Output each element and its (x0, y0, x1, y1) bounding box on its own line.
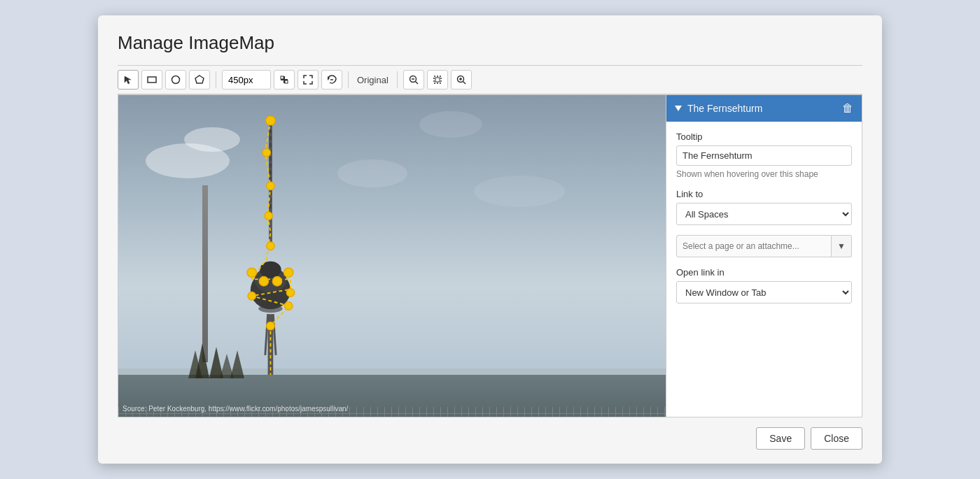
svg-rect-5 (281, 76, 284, 79)
save-button[interactable]: Save (756, 427, 805, 450)
svg-point-37 (286, 289, 294, 296)
svg-point-33 (247, 268, 256, 277)
open-link-label: Open link in (676, 267, 852, 278)
toolbar: Original (118, 65, 862, 94)
main-area: Source: Peter Kockenburg, https://www.fl… (118, 94, 862, 417)
svg-point-29 (262, 148, 270, 156)
page-select-input[interactable] (676, 235, 832, 257)
expand-triangle-icon[interactable] (675, 106, 682, 111)
open-link-select[interactable]: Same Window New Window or Tab (676, 281, 852, 303)
link-to-label: Link to (676, 189, 852, 199)
link-to-field-group: Link to All Spaces (676, 189, 852, 225)
svg-point-34 (259, 277, 268, 286)
polygon-tool-button[interactable] (189, 70, 210, 90)
rect-tool-button[interactable] (141, 70, 162, 90)
shape-panel: The Fernsehturm 🗑 Tooltip Shown when hov… (666, 95, 862, 417)
zoom-in-icon (456, 75, 466, 85)
panel-body: Tooltip Shown when hovering over this sh… (666, 122, 862, 313)
tooltip-label: Tooltip (676, 131, 852, 142)
page-select-dropdown-button[interactable]: ▼ (832, 235, 852, 257)
tooltip-hint: Shown when hovering over this shape (676, 169, 852, 179)
expand-icon (303, 75, 313, 85)
panel-header: The Fernsehturm 🗑 (666, 95, 862, 122)
toolbar-separator-1 (216, 71, 216, 88)
tooltip-input[interactable] (676, 145, 852, 166)
close-button[interactable]: Close (811, 427, 862, 450)
toolbar-separator-2 (348, 71, 349, 88)
trees-svg (174, 329, 279, 378)
image-canvas[interactable]: Source: Peter Kockenburg, https://www.fl… (118, 95, 666, 417)
svg-point-36 (284, 268, 293, 277)
zoom-in-button[interactable] (451, 70, 472, 90)
open-link-field-group: Open link in Same Window New Window or T… (676, 267, 852, 303)
cursor-icon (123, 75, 133, 85)
toolbar-separator-3 (397, 71, 398, 88)
circle-icon (171, 75, 181, 85)
page-select-row: ▼ (676, 235, 852, 257)
circle-tool-button[interactable] (165, 70, 186, 90)
zoom-out-icon (409, 75, 419, 85)
shrink-button[interactable] (274, 70, 295, 90)
fit-icon (433, 75, 442, 85)
delete-shape-button[interactable]: 🗑 (842, 102, 853, 115)
svg-point-35 (272, 277, 281, 286)
image-attribution: Source: Peter Kockenburg, https://www.fl… (122, 405, 348, 413)
svg-point-28 (266, 116, 275, 125)
svg-rect-0 (148, 77, 156, 83)
expand-button[interactable] (298, 70, 318, 90)
svg-line-17 (463, 82, 465, 85)
rect-icon (147, 75, 157, 85)
svg-point-31 (265, 212, 272, 220)
dialog-footer: Save Close (118, 417, 862, 450)
size-input[interactable] (222, 70, 271, 90)
dialog-title: Manage ImageMap (118, 32, 862, 54)
svg-marker-2 (195, 76, 204, 83)
svg-point-32 (267, 242, 274, 250)
svg-marker-45 (230, 350, 244, 378)
svg-rect-13 (435, 78, 440, 82)
polygon-icon (195, 75, 204, 85)
shape-name-label: The Fernsehturm (687, 103, 762, 114)
page-select-field-group: ▼ (676, 235, 852, 257)
svg-line-11 (415, 82, 418, 85)
link-to-select[interactable]: All Spaces (676, 203, 852, 225)
svg-point-30 (267, 182, 274, 190)
shrink-icon (279, 75, 289, 85)
svg-point-1 (172, 76, 180, 84)
reset-icon (327, 75, 337, 85)
tooltip-field-group: Tooltip Shown when hovering over this sh… (676, 131, 852, 179)
reset-button[interactable] (321, 70, 342, 90)
svg-rect-6 (285, 80, 288, 83)
svg-point-38 (248, 292, 255, 299)
manage-imagemap-dialog: Manage ImageMap (98, 15, 882, 464)
fit-button[interactable] (427, 70, 448, 90)
select-tool-button[interactable] (118, 70, 139, 90)
svg-point-39 (284, 302, 292, 310)
zoom-out-button[interactable] (403, 70, 424, 90)
original-label: Original (354, 75, 391, 85)
